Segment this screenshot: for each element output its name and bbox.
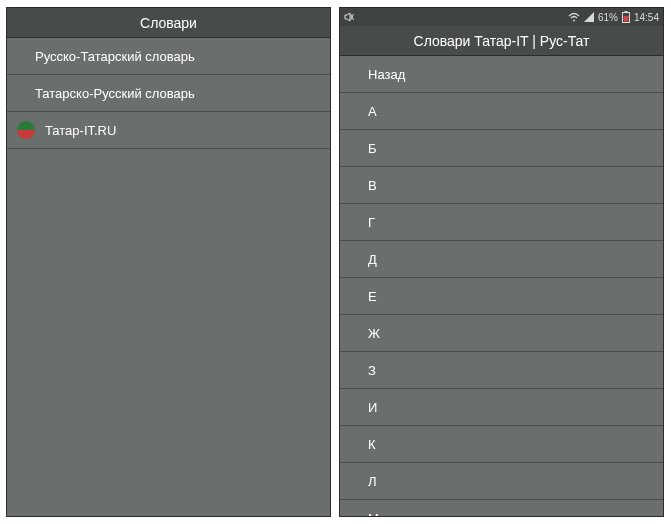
letter-label: М (368, 511, 379, 518)
letter-label: Л (368, 474, 377, 489)
svg-point-0 (573, 20, 575, 22)
letter-label: З (368, 363, 376, 378)
list-item-label: Русско-Татарский словарь (35, 49, 195, 64)
letter-label: Г (368, 215, 375, 230)
list-item-label: Татарско-Русский словарь (35, 86, 195, 101)
letter-item[interactable]: М (340, 500, 663, 517)
letter-label: К (368, 437, 376, 452)
letter-item[interactable]: К (340, 426, 663, 463)
letter-list: Назад А Б В Г Д Е Ж З И К (340, 56, 663, 517)
svg-rect-3 (623, 16, 628, 22)
list-item-label: Татар-IT.RU (45, 123, 116, 138)
page-title: Словари Татар-IT | Рус-Тат (414, 33, 590, 49)
tatar-flag-icon (17, 121, 35, 139)
letter-item[interactable]: Л (340, 463, 663, 500)
letter-item[interactable]: А (340, 93, 663, 130)
letter-item[interactable]: Д (340, 241, 663, 278)
clock-label: 14:54 (634, 12, 659, 23)
battery-icon (622, 11, 630, 23)
letter-label: И (368, 400, 377, 415)
mute-icon (344, 12, 354, 22)
header: Словари (7, 8, 330, 38)
letter-item[interactable]: Г (340, 204, 663, 241)
battery-label: 61% (598, 12, 618, 23)
letter-item[interactable]: Ж (340, 315, 663, 352)
status-bar: 61% 14:54 (340, 8, 663, 26)
left-screen: Словари Русско-Татарский словарь Татарск… (6, 7, 331, 517)
dict-item-tat-rus[interactable]: Татарско-Русский словарь (7, 75, 330, 112)
letter-label: Е (368, 289, 377, 304)
letter-label: Б (368, 141, 377, 156)
letter-label: Ж (368, 326, 380, 341)
letter-label: А (368, 104, 377, 119)
header: Словари Татар-IT | Рус-Тат (340, 26, 663, 56)
back-item[interactable]: Назад (340, 56, 663, 93)
dictionary-list: Русско-Татарский словарь Татарско-Русски… (7, 38, 330, 149)
letter-label: Д (368, 252, 377, 267)
letter-item[interactable]: Е (340, 278, 663, 315)
wifi-icon (568, 12, 580, 22)
back-label: Назад (368, 67, 405, 82)
dict-item-tatar-it[interactable]: Татар-IT.RU (7, 112, 330, 149)
letter-item[interactable]: В (340, 167, 663, 204)
right-screen: 61% 14:54 Словари Татар-IT | Рус-Тат Наз… (339, 7, 664, 517)
letter-item[interactable]: З (340, 352, 663, 389)
letter-item[interactable]: И (340, 389, 663, 426)
letter-label: В (368, 178, 377, 193)
signal-icon (584, 12, 594, 22)
page-title: Словари (140, 15, 197, 31)
letter-item[interactable]: Б (340, 130, 663, 167)
dict-item-rus-tat[interactable]: Русско-Татарский словарь (7, 38, 330, 75)
